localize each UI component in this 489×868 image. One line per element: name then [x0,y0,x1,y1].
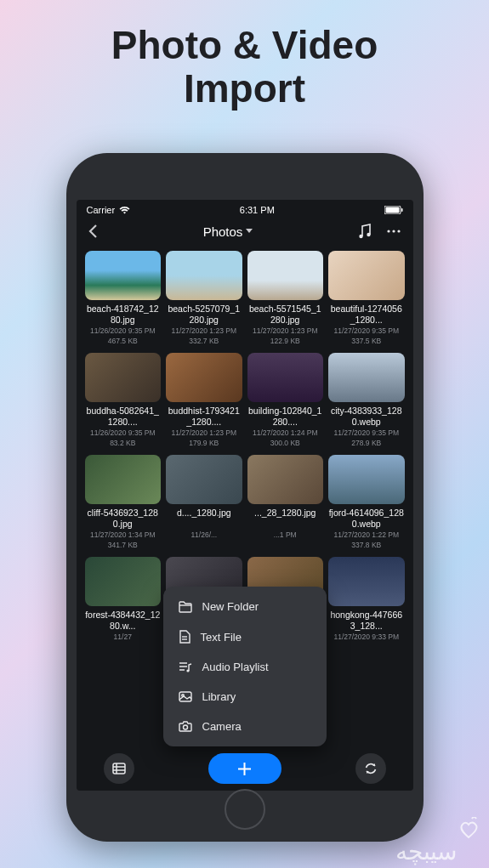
photo-item[interactable]: d...._1280.jpg 11/26/... [166,455,242,550]
status-bar: Carrier 6:31 PM [77,200,413,217]
file-name: building-102840_1280.... [247,406,324,428]
file-name: forest-4384432_1280.w... [85,610,162,632]
thumbnail [328,353,405,402]
file-size: 122.9 KB [247,337,324,346]
file-name: beach-5571545_1280.jpg [247,304,324,326]
menu-label: Text File [201,631,242,644]
svg-point-17 [183,725,187,729]
music-button[interactable] [358,224,372,239]
menu-item-library[interactable]: Library [163,682,327,712]
screen: Carrier 6:31 PM Photos beach-418742_1280… [77,200,413,791]
file-name: beautiful-1274056_1280... [328,304,405,326]
photo-item[interactable]: beautiful-1274056_1280... 11/27/2020 9:3… [328,251,405,346]
file-name: hongkong-4476663_128... [328,610,405,632]
menu-item-playlist[interactable]: Audio Playlist [163,652,327,682]
menu-item-folder[interactable]: New Folder [163,592,327,621]
hero-title: Photo & Video Import [0,0,489,110]
svg-point-6 [393,230,395,232]
add-button[interactable] [208,753,281,784]
textfile-icon [179,630,190,644]
photo-item[interactable]: cliff-5436923_1280.jpg 11/27/2020 1:34 P… [85,455,162,550]
thumbnail [85,251,162,300]
thumbnail [85,455,162,504]
file-date: 11/27/2020 1:23 PM [247,326,324,336]
more-button[interactable] [387,230,401,233]
folder-title-dropdown[interactable]: Photos [203,224,253,239]
bottom-toolbar [77,753,413,784]
file-date: 11/27 [85,633,162,642]
thumbnail [328,251,405,300]
photo-item[interactable]: buddha-5082641_1280.... 11/26/2020 9:35 … [85,353,162,448]
menu-item-camera[interactable]: Camera [163,712,327,741]
hero-line1: Photo & Video [0,24,489,67]
file-name: beach-5257079_1280.jpg [166,304,242,326]
thumbnail [166,251,242,300]
sync-button[interactable] [355,753,386,784]
playlist-icon [179,661,192,673]
photo-item[interactable]: beach-5257079_1280.jpg 11/27/2020 1:23 P… [166,251,242,346]
carrier-label: Carrier [87,205,116,215]
file-size: 179.9 KB [166,439,242,448]
file-name: cliff-5436923_1280.jpg [85,508,162,530]
hero-line2: Import [0,67,489,111]
svg-rect-2 [401,208,403,212]
photo-item[interactable]: hongkong-4476663_128... 11/27/2020 9:33 … [328,557,405,643]
thumbnail [328,455,405,504]
svg-text:سیبچه: سیبچه [395,838,457,865]
battery-icon [384,206,403,214]
thumbnail [166,353,242,402]
thumbnail [85,557,162,606]
svg-rect-18 [113,763,125,774]
list-view-button[interactable] [104,753,134,784]
file-date: 11/27/2020 1:23 PM [166,428,242,438]
file-name: beach-418742_1280.jpg [85,304,162,326]
menu-label: Library [202,690,236,703]
file-size: 278.9 KB [328,439,405,448]
file-date: 11/27/2020 1:34 PM [85,530,162,540]
photo-item[interactable]: beach-5571545_1280.jpg 11/27/2020 1:23 P… [247,251,324,346]
file-size: 337.8 KB [328,541,405,550]
file-size: 332.7 KB [166,337,242,346]
file-name: buddha-5082641_1280.... [85,406,162,428]
action-menu: New FolderText FileAudio PlaylistLibrary… [163,587,327,746]
brand-watermark: سیبچه [395,817,489,868]
file-date: 11/27/2020 1:23 PM [166,326,242,336]
photo-item[interactable]: forest-4384432_1280.w... 11/27 [85,557,162,643]
thumbnail [247,251,324,300]
svg-point-7 [398,230,401,232]
folder-icon [179,601,192,613]
svg-rect-1 [385,207,399,213]
clock-label: 6:31 PM [240,205,275,215]
menu-item-textfile[interactable]: Text File [163,621,327,652]
file-size: 467.5 KB [85,337,162,346]
menu-label: New Folder [202,600,259,613]
photo-item[interactable]: building-102840_1280.... 11/27/2020 1:24… [247,353,324,448]
camera-icon [179,721,192,732]
file-date: 11/26/2020 9:35 PM [85,326,162,336]
thumbnail [247,455,324,504]
photo-item[interactable]: fjord-4614096_1280.webp 11/27/2020 1:22 … [328,455,405,550]
file-name: city-4383933_1280.webp [328,406,405,428]
thumbnail [328,557,405,606]
file-name: d...._1280.jpg [166,508,242,530]
photo-item[interactable]: buddhist-1793421_1280.... 11/27/2020 1:2… [166,353,242,448]
photo-item[interactable]: beach-418742_1280.jpg 11/26/2020 9:35 PM… [85,251,162,346]
nav-bar: Photos [77,217,413,247]
file-date: 11/27/2020 9:35 PM [328,428,405,438]
svg-point-14 [186,669,189,672]
file-size: 341.7 KB [85,541,162,550]
file-size: 337.5 KB [328,337,405,346]
file-date: 11/26/2020 9:35 PM [85,428,162,438]
file-size: 300.0 KB [247,439,324,448]
thumbnail [247,353,324,402]
photo-item[interactable]: city-4383933_1280.webp 11/27/2020 9:35 P… [328,353,405,448]
photo-item[interactable]: ..._28_1280.jpg ...1 PM [247,455,324,550]
device-frame: Carrier 6:31 PM Photos beach-418742_1280… [66,153,424,842]
chevron-down-icon [246,229,253,234]
file-name: buddhist-1793421_1280.... [166,406,242,428]
file-date: 11/27/2020 1:24 PM [247,428,324,438]
back-button[interactable] [88,224,98,239]
home-button[interactable] [225,789,265,830]
file-date: 11/27/2020 1:22 PM [328,530,405,540]
file-name: ..._28_1280.jpg [247,508,324,530]
